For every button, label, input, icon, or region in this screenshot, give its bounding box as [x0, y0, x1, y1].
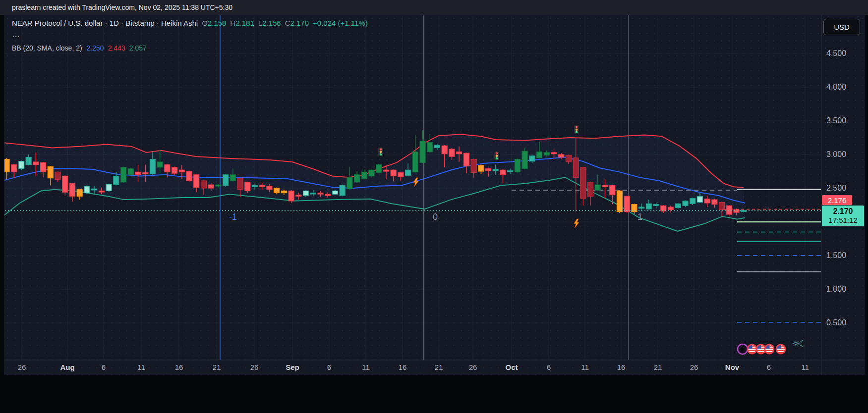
candle-body [639, 207, 644, 208]
candle-body [208, 185, 214, 188]
candle-body [559, 155, 564, 157]
heikin-ashi-candle [376, 164, 382, 173]
symbol-row[interactable]: NEAR Protocol / U.S. dollar · 1D · Bitst… [12, 19, 368, 27]
time-axis-day-label: 16 [617, 363, 626, 371]
price-tick-label: 4.000 [826, 83, 846, 92]
us-flag-event-icon[interactable] [765, 345, 774, 354]
us-flag-event-icon[interactable] [776, 345, 785, 354]
heikin-ashi-candle [427, 134, 433, 153]
candle-body [354, 175, 360, 182]
heikin-ashi-candle [128, 168, 133, 176]
heikin-ashi-candle [354, 171, 360, 183]
us-flag-event-icon[interactable] [756, 345, 765, 354]
candle-body [318, 193, 323, 195]
candle-body [84, 186, 90, 193]
current-price-value: 2.170 [822, 206, 864, 216]
candle-body [449, 149, 455, 156]
time-axis-day-label: 6 [102, 363, 106, 371]
heikin-ashi-candle [340, 185, 345, 196]
candle-body [493, 169, 498, 171]
heikin-ashi-candle [332, 190, 338, 195]
heikin-ashi-candle [369, 169, 374, 177]
symbol-title[interactable]: NEAR Protocol / U.S. dollar · 1D · Bitst… [12, 19, 198, 27]
vertical-marker-label: -1 [229, 212, 237, 222]
heikin-ashi-candle [361, 169, 367, 179]
price-chart-canvas[interactable]: -101☼☾ [0, 0, 868, 413]
candle-body [610, 186, 615, 195]
candle-body [128, 169, 133, 175]
price-tick-label: 2.500 [826, 184, 846, 193]
candle-body [325, 194, 331, 196]
candle-body [150, 159, 155, 174]
candle-body [661, 206, 666, 211]
heikin-ashi-candle [77, 189, 82, 200]
change-value: +0.024 (+1.11%) [313, 19, 368, 27]
candle-body [340, 186, 345, 196]
candle-body [617, 191, 623, 211]
bb-indicator-label[interactable]: BB (20, SMA, close, 2) [12, 44, 82, 52]
candle-body [412, 152, 418, 172]
candle-body [230, 175, 235, 181]
time-axis-month-label: Nov [725, 363, 739, 371]
bb-indicator-row[interactable]: BB (20, SMA, close, 2) 2.2502.4432.057 [12, 44, 368, 52]
tradingview-screenshot: praslearn created with TradingView.com, … [0, 0, 868, 413]
candle-body [522, 151, 527, 168]
crypto-event-icon[interactable] [738, 344, 748, 354]
time-axis-day-label: 26 [18, 363, 26, 371]
current-price-label: 2.170 17:51:12 [822, 206, 864, 226]
candle-body [114, 176, 119, 185]
candle-body [537, 152, 542, 158]
heikin-ashi-candle [121, 166, 126, 183]
time-axis-day-label: 16 [399, 363, 407, 371]
currency-toggle-label: USD [834, 23, 850, 31]
candle-body [668, 207, 674, 209]
candle-body [296, 195, 301, 197]
time-axis-day-label: 26 [250, 363, 259, 371]
chart-legend: NEAR Protocol / U.S. dollar · 1D · Bitst… [12, 19, 368, 52]
counter-price-value: 2.176 [828, 196, 847, 205]
candle-body [427, 143, 433, 152]
candle-body [442, 146, 447, 154]
heikin-ashi-candle [223, 174, 229, 187]
lightning-event-icon[interactable] [574, 219, 579, 228]
candle-body [252, 186, 258, 187]
candle-body [734, 210, 739, 212]
time-axis-day-label: 26 [690, 363, 698, 371]
heikin-ashi-candle [172, 166, 177, 174]
time-axis-day-label: 16 [175, 363, 183, 371]
legend-more-row[interactable]: … [12, 30, 368, 39]
traffic-light-event-icon[interactable] [494, 151, 500, 160]
heikin-ashi-candle [106, 183, 112, 191]
candle-body [719, 203, 725, 210]
candle-body [712, 200, 717, 205]
ohlc-pair: H2.181 [230, 19, 254, 27]
candle-body [216, 185, 221, 186]
currency-toggle-button[interactable]: USD [823, 19, 860, 35]
time-axis-day-label: 11 [137, 363, 145, 371]
traffic-light-event-icon[interactable] [378, 147, 384, 156]
candle-body [289, 191, 294, 201]
traffic-light-event-icon[interactable] [574, 125, 579, 134]
candle-body [223, 175, 229, 186]
candle-body [478, 165, 484, 171]
candle-body [347, 177, 352, 189]
candle-body [675, 204, 681, 207]
time-axis-day-label: 11 [362, 363, 370, 371]
candle-body [624, 196, 630, 211]
candle-body [726, 206, 732, 214]
candle-body [237, 178, 243, 190]
time-axis-day-label: 11 [581, 363, 589, 371]
ohlc-values: O2.158H2.181L2.156C2.170 [202, 19, 309, 27]
bb-value: 2.057 [129, 44, 147, 52]
heikin-ashi-candle [522, 148, 527, 169]
candle-body [515, 159, 520, 172]
vertical-marker-label: 0 [433, 212, 438, 222]
candle-body [303, 191, 309, 196]
candle-body [48, 166, 53, 178]
candle-body [245, 182, 250, 191]
plot-area[interactable]: -101☼☾ [0, 15, 821, 360]
candle-body [580, 167, 586, 199]
price-tick-label: 4.500 [826, 49, 846, 58]
daylight-session-icon[interactable]: ☼☾ [792, 339, 805, 349]
us-flag-event-icon[interactable] [748, 345, 756, 354]
